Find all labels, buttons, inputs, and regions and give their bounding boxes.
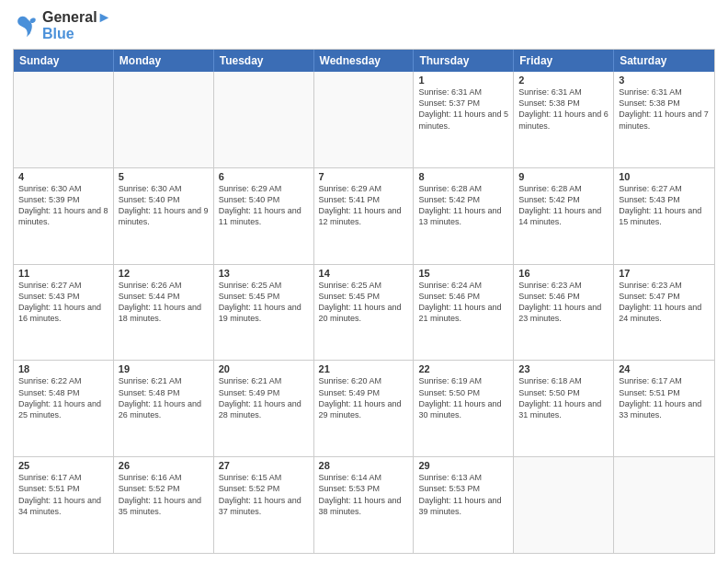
calendar: SundayMondayTuesdayWednesdayThursdayFrid… bbox=[13, 49, 715, 554]
day-info: Sunrise: 6:14 AM Sunset: 5:53 PM Dayligh… bbox=[319, 472, 409, 517]
week-row: 25Sunrise: 6:17 AM Sunset: 5:51 PM Dayli… bbox=[14, 456, 714, 553]
day-number: 15 bbox=[418, 268, 508, 279]
day-info: Sunrise: 6:27 AM Sunset: 5:43 PM Dayligh… bbox=[619, 183, 710, 228]
day-cell: 18Sunrise: 6:22 AM Sunset: 5:48 PM Dayli… bbox=[14, 361, 114, 456]
day-number: 20 bbox=[219, 363, 309, 374]
day-info: Sunrise: 6:31 AM Sunset: 5:38 PM Dayligh… bbox=[619, 86, 710, 132]
day-cell bbox=[114, 72, 214, 167]
day-cell: 2Sunrise: 6:31 AM Sunset: 5:38 PM Daylig… bbox=[514, 72, 614, 167]
day-cell: 29Sunrise: 6:13 AM Sunset: 5:53 PM Dayli… bbox=[414, 457, 514, 553]
logo-text: General► Blue bbox=[42, 9, 111, 41]
day-number: 13 bbox=[219, 268, 309, 279]
day-cell: 25Sunrise: 6:17 AM Sunset: 5:51 PM Dayli… bbox=[14, 457, 114, 553]
day-info: Sunrise: 6:24 AM Sunset: 5:46 PM Dayligh… bbox=[418, 280, 508, 325]
day-info: Sunrise: 6:28 AM Sunset: 5:42 PM Dayligh… bbox=[418, 183, 508, 228]
day-cell: 26Sunrise: 6:16 AM Sunset: 5:52 PM Dayli… bbox=[114, 457, 214, 553]
day-info: Sunrise: 6:23 AM Sunset: 5:46 PM Dayligh… bbox=[518, 280, 609, 325]
header: General► Blue bbox=[13, 9, 715, 41]
day-header: Sunday bbox=[14, 50, 114, 72]
day-info: Sunrise: 6:15 AM Sunset: 5:52 PM Dayligh… bbox=[219, 472, 309, 517]
day-cell: 8Sunrise: 6:28 AM Sunset: 5:42 PM Daylig… bbox=[414, 168, 514, 264]
day-info: Sunrise: 6:18 AM Sunset: 5:50 PM Dayligh… bbox=[518, 375, 609, 420]
day-cell: 27Sunrise: 6:15 AM Sunset: 5:52 PM Dayli… bbox=[214, 457, 314, 553]
day-info: Sunrise: 6:16 AM Sunset: 5:52 PM Dayligh… bbox=[119, 472, 209, 517]
day-info: Sunrise: 6:17 AM Sunset: 5:51 PM Dayligh… bbox=[619, 375, 710, 420]
day-info: Sunrise: 6:29 AM Sunset: 5:40 PM Dayligh… bbox=[219, 183, 309, 228]
day-info: Sunrise: 6:13 AM Sunset: 5:53 PM Dayligh… bbox=[418, 472, 508, 517]
week-row: 11Sunrise: 6:27 AM Sunset: 5:43 PM Dayli… bbox=[14, 264, 714, 361]
day-cell: 11Sunrise: 6:27 AM Sunset: 5:43 PM Dayli… bbox=[14, 265, 114, 361]
day-number: 5 bbox=[119, 171, 209, 182]
day-header: Tuesday bbox=[214, 50, 314, 72]
day-info: Sunrise: 6:30 AM Sunset: 5:40 PM Dayligh… bbox=[119, 183, 209, 228]
week-row: 4Sunrise: 6:30 AM Sunset: 5:39 PM Daylig… bbox=[14, 167, 714, 264]
day-cell: 17Sunrise: 6:23 AM Sunset: 5:47 PM Dayli… bbox=[614, 265, 714, 361]
day-number: 27 bbox=[219, 460, 309, 471]
page: General► Blue SundayMondayTuesdayWednesd… bbox=[0, 0, 728, 563]
day-cell: 3Sunrise: 6:31 AM Sunset: 5:38 PM Daylig… bbox=[614, 72, 714, 167]
day-info: Sunrise: 6:27 AM Sunset: 5:43 PM Dayligh… bbox=[18, 280, 108, 325]
day-number: 1 bbox=[418, 75, 508, 86]
day-cell: 24Sunrise: 6:17 AM Sunset: 5:51 PM Dayli… bbox=[614, 361, 714, 456]
day-info: Sunrise: 6:17 AM Sunset: 5:51 PM Dayligh… bbox=[18, 472, 108, 517]
day-info: Sunrise: 6:26 AM Sunset: 5:44 PM Dayligh… bbox=[119, 280, 209, 325]
day-cell: 1Sunrise: 6:31 AM Sunset: 5:37 PM Daylig… bbox=[414, 72, 514, 167]
day-number: 21 bbox=[319, 363, 409, 374]
day-cell bbox=[614, 457, 714, 553]
day-number: 28 bbox=[319, 460, 409, 471]
day-info: Sunrise: 6:21 AM Sunset: 5:49 PM Dayligh… bbox=[219, 375, 309, 420]
day-info: Sunrise: 6:19 AM Sunset: 5:50 PM Dayligh… bbox=[418, 375, 508, 420]
day-cell: 12Sunrise: 6:26 AM Sunset: 5:44 PM Dayli… bbox=[114, 265, 214, 361]
day-number: 9 bbox=[518, 171, 609, 182]
day-number: 10 bbox=[619, 171, 710, 182]
day-number: 4 bbox=[18, 171, 108, 182]
day-header: Saturday bbox=[614, 50, 714, 72]
day-number: 11 bbox=[18, 268, 108, 279]
day-cell: 20Sunrise: 6:21 AM Sunset: 5:49 PM Dayli… bbox=[214, 361, 314, 456]
day-number: 14 bbox=[319, 268, 409, 279]
day-number: 12 bbox=[119, 268, 209, 279]
day-number: 18 bbox=[18, 363, 108, 374]
day-number: 8 bbox=[418, 171, 508, 182]
day-cell: 21Sunrise: 6:20 AM Sunset: 5:49 PM Dayli… bbox=[314, 361, 415, 456]
day-header: Thursday bbox=[414, 50, 514, 72]
day-cell: 10Sunrise: 6:27 AM Sunset: 5:43 PM Dayli… bbox=[614, 168, 714, 264]
day-number: 25 bbox=[18, 460, 108, 471]
day-number: 3 bbox=[619, 75, 710, 86]
day-cell: 28Sunrise: 6:14 AM Sunset: 5:53 PM Dayli… bbox=[314, 457, 415, 553]
day-cell: 15Sunrise: 6:24 AM Sunset: 5:46 PM Dayli… bbox=[414, 265, 514, 361]
day-info: Sunrise: 6:31 AM Sunset: 5:38 PM Dayligh… bbox=[518, 86, 609, 132]
day-number: 23 bbox=[518, 363, 609, 374]
day-number: 24 bbox=[619, 363, 710, 374]
day-number: 6 bbox=[219, 171, 309, 182]
day-header: Monday bbox=[114, 50, 214, 72]
day-cell: 9Sunrise: 6:28 AM Sunset: 5:42 PM Daylig… bbox=[514, 168, 614, 264]
day-header: Wednesday bbox=[314, 50, 415, 72]
day-cell: 5Sunrise: 6:30 AM Sunset: 5:40 PM Daylig… bbox=[114, 168, 214, 264]
day-number: 19 bbox=[119, 363, 209, 374]
logo-bird-icon bbox=[13, 13, 39, 39]
day-number: 7 bbox=[319, 171, 409, 182]
day-number: 17 bbox=[619, 268, 710, 279]
week-row: 18Sunrise: 6:22 AM Sunset: 5:48 PM Dayli… bbox=[14, 360, 714, 456]
day-cell: 4Sunrise: 6:30 AM Sunset: 5:39 PM Daylig… bbox=[14, 168, 114, 264]
day-cell: 14Sunrise: 6:25 AM Sunset: 5:45 PM Dayli… bbox=[314, 265, 415, 361]
day-cell: 19Sunrise: 6:21 AM Sunset: 5:48 PM Dayli… bbox=[114, 361, 214, 456]
calendar-body: 1Sunrise: 6:31 AM Sunset: 5:37 PM Daylig… bbox=[14, 72, 714, 553]
day-info: Sunrise: 6:31 AM Sunset: 5:37 PM Dayligh… bbox=[418, 86, 508, 132]
day-cell bbox=[214, 72, 314, 167]
day-cell: 6Sunrise: 6:29 AM Sunset: 5:40 PM Daylig… bbox=[214, 168, 314, 264]
day-cell: 22Sunrise: 6:19 AM Sunset: 5:50 PM Dayli… bbox=[414, 361, 514, 456]
day-info: Sunrise: 6:28 AM Sunset: 5:42 PM Dayligh… bbox=[518, 183, 609, 228]
logo: General► Blue bbox=[13, 9, 111, 41]
day-info: Sunrise: 6:20 AM Sunset: 5:49 PM Dayligh… bbox=[319, 375, 409, 420]
day-cell bbox=[14, 72, 114, 167]
day-headers-row: SundayMondayTuesdayWednesdayThursdayFrid… bbox=[14, 50, 714, 72]
day-info: Sunrise: 6:25 AM Sunset: 5:45 PM Dayligh… bbox=[219, 280, 309, 325]
day-cell bbox=[314, 72, 415, 167]
day-cell: 7Sunrise: 6:29 AM Sunset: 5:41 PM Daylig… bbox=[314, 168, 415, 264]
day-cell: 23Sunrise: 6:18 AM Sunset: 5:50 PM Dayli… bbox=[514, 361, 614, 456]
day-cell bbox=[514, 457, 614, 553]
day-cell: 16Sunrise: 6:23 AM Sunset: 5:46 PM Dayli… bbox=[514, 265, 614, 361]
day-info: Sunrise: 6:21 AM Sunset: 5:48 PM Dayligh… bbox=[119, 375, 209, 420]
